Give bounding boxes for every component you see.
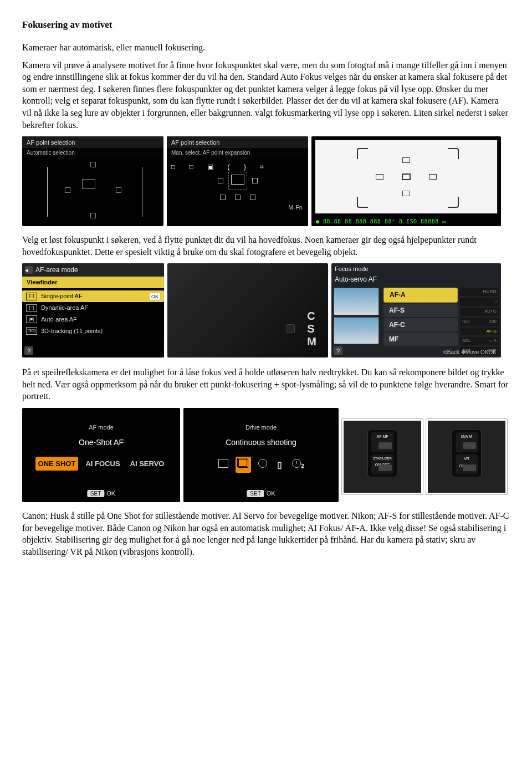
- set-ok-hint: SETOK: [87, 489, 115, 498]
- focus-mode-panel: Focus mode Auto-servo AF AF-A AF-S AF-C …: [331, 263, 501, 357]
- drive-mode-panel: Drive mode Continuous shooting ▯ ₂ SETOK: [183, 408, 339, 502]
- focus-option: AF-A: [383, 288, 458, 302]
- timer-2-icon: ₂: [289, 457, 307, 473]
- image-row-1: AF point selection Automatic selection A…: [22, 136, 510, 226]
- set-ok-hint: SETOK: [247, 489, 275, 498]
- list-item-label: Single-point AF: [41, 292, 83, 300]
- footer-hints: ⟲Back ✥Move OKOK: [443, 349, 497, 356]
- page-title: Fokusering av motivet: [22, 19, 510, 32]
- af-mode-option: AI SERVO: [127, 457, 167, 471]
- tracking-icon: [3D]: [26, 327, 37, 335]
- lens-focus-dial-photo: C S M: [167, 263, 328, 357]
- panel-value: One-Shot AF: [22, 435, 180, 453]
- af-area-mode-panel: ◂ AF-area mode Viewfinder [□] Single-poi…: [22, 263, 164, 357]
- lens-switch-a-photo: AF MF STABILIZERON OFF: [342, 419, 423, 494]
- preview-thumbnails: [331, 285, 381, 346]
- list-item-label: 3D-tracking (11 points): [41, 327, 103, 335]
- focus-dial-letters: C S M: [307, 309, 317, 349]
- viewfinder-readout: ● 88.88 88 888 888 88⁺-8 ISO 88888 ▭: [316, 218, 497, 226]
- list-item: [∵] Dynamic-area AF: [22, 302, 164, 314]
- viewfinder-frame: [315, 140, 498, 214]
- auto-area-icon: [■]: [26, 315, 37, 323]
- focus-option: AF-S: [383, 304, 458, 317]
- af-mode-option: AI FOCUS: [83, 457, 122, 471]
- viewfinder-panel: ● 88.88 88 888 888 88⁺-8 ISO 88888 ▭: [311, 136, 501, 226]
- af-points-grid: [57, 154, 130, 226]
- panel-title: AF mode: [22, 408, 180, 435]
- af-expansion-diagram: [167, 172, 308, 202]
- list-item-label: Auto-area AF: [41, 315, 77, 324]
- continuous-icon: [236, 457, 251, 473]
- af-point-selection-manual-panel: AF point selection Man. select.:AF point…: [167, 136, 308, 226]
- side-settings: NORM □ AUTO ISO100 AF-S ADL☼ A BKTOFF: [460, 285, 501, 346]
- dial-nub-icon: [286, 324, 295, 333]
- dynamic-area-icon: [∵]: [26, 304, 37, 312]
- af-mode-panel: AF mode One-Shot AF ONE SHOT AI FOCUS AI…: [22, 408, 180, 502]
- list-item: [■] Auto-area AF: [22, 314, 164, 325]
- help-icon: ?: [24, 346, 33, 355]
- panel-subtitle: Auto-servo AF: [331, 275, 501, 285]
- af-point-selection-auto-panel: AF point selection Automatic selection: [22, 136, 163, 226]
- image-row-3: AF mode One-Shot AF ONE SHOT AI FOCUS AI…: [22, 408, 510, 502]
- intro-paragraph-1: Kameraer har automatisk, eller manuell f…: [22, 42, 510, 54]
- panel-title: Drive mode: [183, 408, 339, 435]
- single-shot-icon: [216, 457, 231, 473]
- paragraph-5: Canon; Husk å stille på One Shot for sti…: [22, 510, 510, 558]
- panel-title: AF point selection: [22, 136, 163, 148]
- mfn-label: M-Fn: [288, 203, 303, 212]
- back-icon: ◂: [25, 266, 33, 274]
- timer-10-icon: [255, 457, 270, 473]
- image-row-2: ◂ AF-area mode Viewfinder [□] Single-poi…: [22, 263, 510, 357]
- focus-option: MF: [383, 333, 458, 346]
- panel-title: Focus mode: [331, 263, 501, 275]
- single-point-icon: [□]: [26, 293, 37, 300]
- af-mode-option: ONE SHOT: [35, 457, 79, 471]
- panel-subtitle: Man. select.:AF point expansion: [167, 148, 308, 160]
- paragraph-3: Velg et løst fokuspunkt i søkeren, ved å…: [22, 234, 510, 258]
- list-item: [3D] 3D-tracking (11 points): [22, 325, 164, 337]
- list-item: [□] Single-point AF OK: [22, 290, 164, 302]
- panel-title: AF-area mode: [35, 265, 78, 274]
- panel-value: Continuous shooting: [183, 435, 339, 453]
- ok-badge: OK: [150, 293, 160, 300]
- lens-switch-b-photo: M/A M VRON OFF: [426, 419, 507, 494]
- help-icon: ?: [334, 346, 342, 355]
- focus-option: AF-C: [383, 318, 458, 331]
- remote-icon: ▯: [274, 457, 285, 473]
- list-item-label: Dynamic-area AF: [41, 304, 88, 312]
- panel-title: AF point selection: [167, 136, 308, 148]
- panel-crumb: Viewfinder: [22, 277, 164, 288]
- paragraph-4: På et speilreflekskamera er det mulighet…: [22, 366, 510, 402]
- intro-paragraph-2: Kamera vil prøve å analysere motivet for…: [22, 59, 510, 131]
